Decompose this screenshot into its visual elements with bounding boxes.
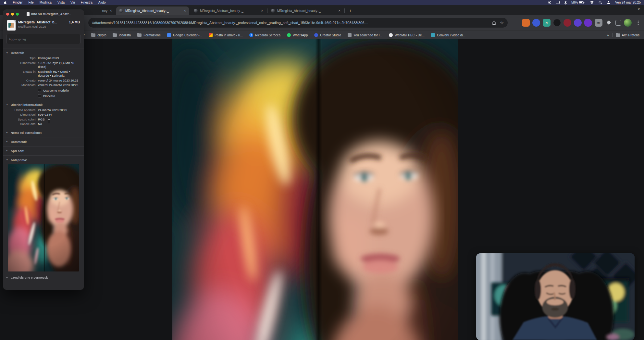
tab-favicon-icon (194, 9, 198, 13)
bookmark-you-searched[interactable]: You searched for I... (348, 33, 382, 37)
bookmarks-bar: -UP crypto idealista Formazione Google C… (0, 31, 644, 39)
divider (3, 100, 84, 100)
extensions-puzzle-icon[interactable] (605, 19, 613, 27)
menu-item-vai[interactable]: Vai (70, 1, 75, 4)
attachment-image[interactable] (172, 39, 458, 340)
section-apri-con[interactable]: ▸ Apri con: (3, 148, 84, 154)
checkbox-bloccato[interactable]: Bloccato (3, 93, 84, 99)
folder-icon (137, 33, 142, 37)
zoom-window-button[interactable] (16, 13, 19, 16)
bookmark-creator-studio[interactable]: Creator Studio (314, 33, 341, 37)
menu-item-finestra[interactable]: Finestra (81, 1, 93, 4)
tab-2-active[interactable]: MRregista_Abstract_beauty.._ × (116, 6, 189, 15)
info-row-modificato: Modificato:venerdì 24 marzo 2023 20:25 (3, 83, 84, 88)
menu-item-modifica[interactable]: Modifica (40, 1, 52, 4)
address-bar[interactable]: /attachments/1013512335442333816/1088906… (88, 18, 508, 28)
side-panel-icon[interactable] (615, 20, 621, 26)
bookmarks-overflow-chevron[interactable]: » (607, 33, 609, 37)
url-text[interactable]: /attachments/1013512335442333816/1088906… (92, 21, 488, 25)
user-switcher-icon[interactable] (607, 1, 611, 5)
info-row-spazio-colori: Spazio colori:RGB (3, 117, 84, 122)
info-row-ultima-apertura: Ultima apertura:24 marzo 2023 20:25 (3, 108, 84, 113)
bookmark-folder-crypto[interactable]: crypto (91, 33, 106, 37)
teal-n-extension-icon[interactable]: N (543, 19, 551, 27)
display-icon[interactable] (556, 1, 560, 5)
menu-item-aiuto[interactable]: Aiuto (98, 1, 106, 4)
bookmark-folder-idealista[interactable]: idealista (113, 33, 131, 37)
preview-thumbnail (8, 164, 79, 271)
checkbox-icon[interactable] (38, 89, 41, 92)
blue-flower-extension-icon[interactable] (532, 19, 540, 27)
tab-label: MRregista_Abstract_beauty.._ (200, 9, 259, 13)
minimize-window-button[interactable] (11, 13, 14, 16)
gmail-icon (209, 33, 213, 37)
purple-paint-extension-icon[interactable] (584, 19, 592, 27)
black-circle-extension-icon[interactable] (553, 19, 561, 27)
section-nome-ed-estensione[interactable]: ▸ Nome ed estensione: (3, 130, 84, 136)
document-icon (27, 12, 30, 16)
browser-menu-dots-icon[interactable] (634, 19, 642, 27)
section-commenti[interactable]: ▸ Commenti: (3, 139, 84, 145)
google-calendar-icon (167, 33, 171, 37)
other-favorites[interactable]: Altri Preferiti (616, 33, 639, 37)
new-tab-button[interactable]: + (347, 7, 354, 14)
info-title-bar[interactable]: Info su MRregista_Abstr... (3, 10, 84, 18)
section-generali[interactable]: ▾ Generali: (3, 50, 84, 56)
divider (3, 146, 84, 146)
section-ulteriori-informazioni[interactable]: ▾ Ulteriori informazioni: (3, 102, 84, 108)
folder-icon (113, 33, 117, 37)
tab-close-icon[interactable]: × (261, 9, 263, 13)
spotlight-search-icon[interactable] (599, 1, 602, 5)
png-file-icon (7, 20, 16, 31)
share-icon[interactable] (492, 20, 496, 25)
bookmark-converti-video[interactable]: Converti i video di... (431, 33, 465, 37)
bookmark-folder-formazione[interactable]: Formazione (137, 33, 161, 37)
bookmark-star-icon[interactable]: ☆ (500, 20, 504, 25)
tab-favicon-icon (119, 9, 123, 13)
whatsapp-icon (287, 33, 291, 37)
tab-favicon-icon (271, 9, 275, 13)
tab-4[interactable]: MRregista_Abstract_beauty.._ × (268, 6, 343, 15)
battery-indicator[interactable]: 58% (571, 1, 585, 4)
file-modified: Modificato: oggi, 20:25 (18, 25, 80, 28)
battery-percent: 58% (571, 1, 578, 4)
tag-input[interactable] (6, 34, 80, 44)
section-condivisione-e-permessi[interactable]: ▸ Condivisione e permessi: (3, 274, 84, 281)
battery-icon (579, 1, 584, 4)
bookmark-gmail[interactable]: Posta in arrivo - ri... (209, 33, 243, 37)
checkbox-icon[interactable] (38, 94, 41, 97)
menu-bar-clock[interactable]: Ven 24 mar 20:25 (615, 1, 641, 4)
menu-item-finder[interactable]: Finder (13, 1, 23, 4)
bookmark-facebook[interactable]: fRiccardo Scrocca (249, 33, 280, 37)
chevron-down-icon: ▾ (6, 158, 9, 161)
menu-item-file[interactable]: File (29, 1, 34, 4)
tab-close-icon[interactable]: × (338, 9, 341, 13)
bluetooth-icon[interactable] (564, 1, 567, 5)
folder-icon (91, 33, 95, 37)
tab-close-icon[interactable]: × (110, 9, 112, 13)
red-key-extension-icon[interactable] (564, 19, 571, 27)
section-anteprima[interactable]: ▾ Anteprima: (3, 157, 84, 163)
checkbox-usa-come-modello[interactable]: Usa come modello (3, 88, 84, 93)
purple-ghost-extension-icon[interactable] (574, 19, 582, 27)
divider (3, 273, 84, 273)
bookmark-google-calendar[interactable]: Google Calendar -... (167, 33, 202, 37)
tab-label: ney (102, 9, 107, 13)
bookmark-webmail-pec[interactable]: WebMail PEC - De... (389, 33, 425, 37)
close-window-button[interactable] (6, 13, 9, 16)
chevron-down-icon: ▾ (6, 103, 9, 106)
profile-avatar[interactable] (624, 19, 632, 27)
menu-item-vista[interactable]: Vista (57, 1, 65, 4)
tab-search-chevron-icon[interactable]: ∨ (638, 7, 640, 11)
apple-logo-icon[interactable] (3, 1, 7, 5)
wifi-icon[interactable] (590, 1, 594, 5)
webmail-icon (389, 33, 393, 37)
bookmark-whatsapp[interactable]: WhatsApp (287, 33, 308, 37)
tab-3[interactable]: MRregista_Abstract_beauty.._ × (191, 6, 266, 15)
macos-menu-bar: Finder File Modifica Vista Vai Finestra … (0, 0, 644, 5)
tab-close-icon[interactable]: × (184, 9, 186, 13)
mt-extension-icon[interactable]: MT (595, 19, 602, 27)
screen-recording-icon[interactable] (548, 1, 551, 5)
info-row-dimensioni: Dimensioni:1.371.351 byte (1,4 MB su dis… (3, 61, 84, 69)
orange-extension-icon[interactable] (522, 19, 530, 27)
